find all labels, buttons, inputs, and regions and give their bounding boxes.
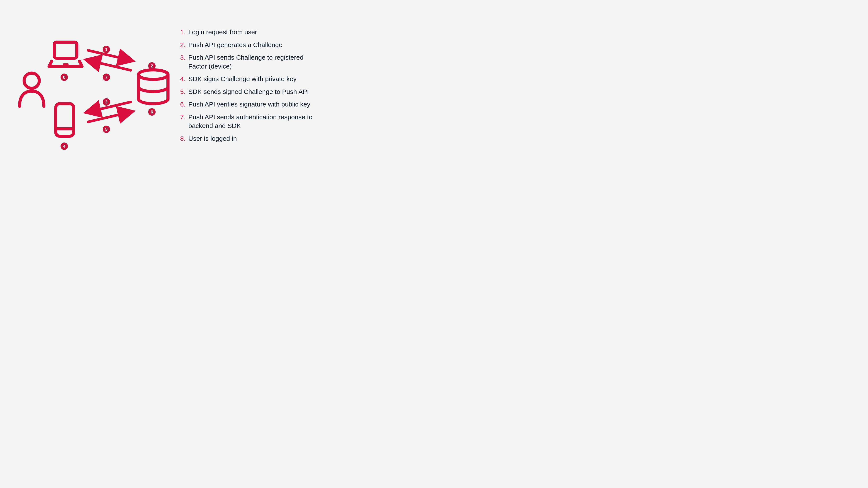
badge-8: 8 xyxy=(61,73,68,81)
legend-text: Push API verifies signature with public … xyxy=(188,100,310,109)
phone-icon xyxy=(56,104,73,136)
legend-item-3: 3. Push API sends Challenge to registere… xyxy=(180,53,319,71)
svg-rect-4 xyxy=(56,104,73,136)
legend-number: 1. xyxy=(180,28,188,37)
diagram-canvas: 1 2 3 4 5 6 7 8 1. Login request from us… xyxy=(0,0,333,187)
legend-number: 3. xyxy=(180,53,188,62)
laptop-icon xyxy=(49,42,82,66)
legend-number: 6. xyxy=(180,100,188,109)
arrow-1 xyxy=(88,50,131,60)
svg-point-1 xyxy=(24,73,39,88)
user-icon xyxy=(20,73,44,106)
legend-text: Login request from user xyxy=(188,28,257,37)
legend-number: 5. xyxy=(180,88,188,96)
legend-number: 7. xyxy=(180,113,188,122)
database-icon xyxy=(138,70,168,104)
legend-list: 1. Login request from user 2. Push API g… xyxy=(180,28,319,147)
badge-7: 7 xyxy=(103,73,110,81)
legend-item-8: 8. User is logged in xyxy=(180,134,319,143)
legend-text: SDK signs Challenge with private key xyxy=(188,75,297,84)
badge-3: 3 xyxy=(103,98,110,106)
legend-text: Push API generates a Challenge xyxy=(188,40,282,50)
legend-number: 2. xyxy=(180,40,188,50)
badge-4: 4 xyxy=(61,142,68,150)
legend-item-4: 4. SDK signs Challenge with private key xyxy=(180,75,319,84)
svg-point-6 xyxy=(138,70,168,79)
badge-6: 6 xyxy=(148,108,156,116)
legend-text: Push API sends authentication response t… xyxy=(188,113,319,130)
legend-number: 4. xyxy=(180,75,188,84)
svg-rect-2 xyxy=(54,42,77,58)
badge-5: 5 xyxy=(103,126,110,133)
legend-item-5: 5. SDK sends signed Challenge to Push AP… xyxy=(180,88,319,96)
legend-number: 8. xyxy=(180,134,188,143)
legend-text: User is logged in xyxy=(188,134,237,143)
legend-item-1: 1. Login request from user xyxy=(180,28,319,37)
arrow-5 xyxy=(88,112,131,122)
diagram-svg xyxy=(0,0,174,187)
legend-item-7: 7. Push API sends authentication respons… xyxy=(180,113,319,130)
badge-1: 1 xyxy=(103,46,110,53)
legend-text: Push API sends Challenge to registered F… xyxy=(188,53,319,71)
badge-2: 2 xyxy=(148,62,156,70)
legend-item-6: 6. Push API verifies signature with publ… xyxy=(180,100,319,109)
legend-text: SDK sends signed Challenge to Push API xyxy=(188,88,309,96)
legend-item-2: 2. Push API generates a Challenge xyxy=(180,40,319,50)
arrow-7 xyxy=(88,60,131,70)
